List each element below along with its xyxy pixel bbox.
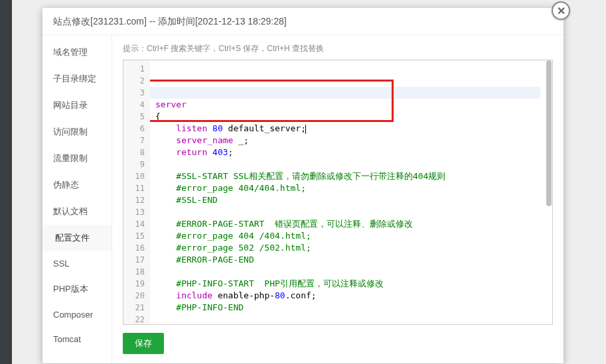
config-editor[interactable]: 12345678910111213141516171819202122 serv…: [123, 60, 553, 325]
modal-sidebar: 域名管理子目录绑定网站目录访问限制流量限制伪静态默认文档配置文件SSLPHP版本…: [42, 35, 112, 363]
code-line[interactable]: [155, 206, 546, 218]
line-number: 18: [123, 266, 145, 278]
scrollbar-thumb[interactable]: [546, 60, 552, 206]
code-area[interactable]: server{ listen 80 default_server; server…: [150, 60, 546, 324]
code-line[interactable]: #SSL-END: [155, 194, 546, 206]
code-line[interactable]: include enable-php-80.conf;: [155, 290, 546, 302]
line-number: 6: [123, 123, 145, 135]
modal-title: 站点修改[231231.com] -- 添加时间[2021-12-13 18:2…: [42, 8, 564, 35]
line-number: 22: [123, 314, 145, 326]
line-number: 3: [123, 87, 145, 99]
active-line-highlight: [150, 87, 540, 99]
line-number: 15: [123, 230, 145, 242]
code-line[interactable]: #PHP-INFO-START PHP引用配置，可以注释或修改: [155, 278, 546, 290]
line-number: 17: [123, 254, 145, 266]
code-line[interactable]: [155, 314, 546, 324]
code-line[interactable]: {: [155, 111, 546, 123]
sidebar-item[interactable]: 伪静态: [42, 172, 112, 198]
code-line[interactable]: return 403;: [155, 147, 546, 158]
line-number: 1: [123, 63, 145, 75]
line-number: 14: [123, 218, 145, 230]
sidebar-item[interactable]: Tomcat: [42, 327, 112, 351]
code-line[interactable]: listen 80 default_server;: [155, 123, 546, 135]
save-button[interactable]: 保存: [123, 333, 164, 354]
code-line[interactable]: [155, 266, 546, 278]
line-number: 2: [123, 75, 145, 87]
code-line[interactable]: #ERROR-PAGE-START 错误页配置，可以注释、删除或修改: [155, 218, 546, 230]
code-line[interactable]: #ERROR-PAGE-END: [155, 254, 546, 266]
line-number: 19: [123, 278, 145, 290]
text-cursor: [305, 125, 306, 134]
code-line[interactable]: #PHP-INFO-END: [155, 302, 546, 314]
modal-overlay: ✕ 站点修改[231231.com] -- 添加时间[2021-12-13 18…: [0, 0, 606, 364]
line-number: 5: [123, 111, 145, 123]
code-line[interactable]: #error_page 404/404.html;: [155, 182, 546, 194]
line-number: 20: [123, 290, 145, 302]
sidebar-item[interactable]: 访问限制: [42, 119, 112, 145]
sidebar-item[interactable]: 域名管理: [42, 39, 112, 66]
line-number: 21: [123, 302, 145, 314]
line-number: 8: [123, 147, 145, 158]
editor-scrollbar[interactable]: [546, 60, 552, 324]
line-number: 9: [123, 158, 145, 170]
sidebar-item[interactable]: 配置文件: [42, 225, 112, 251]
line-gutter: 12345678910111213141516171819202122: [123, 60, 150, 324]
line-number: 10: [123, 170, 145, 182]
code-line[interactable]: server: [155, 99, 546, 111]
close-icon[interactable]: ✕: [552, 1, 570, 20]
code-line[interactable]: #error_page 502 /502.html;: [155, 242, 546, 254]
sidebar-item[interactable]: Composer: [42, 302, 112, 327]
code-line[interactable]: server_name _;: [155, 135, 546, 147]
sidebar-item[interactable]: 默认文档: [42, 198, 112, 225]
line-number: 4: [123, 99, 145, 111]
sidebar-item[interactable]: 流量限制: [42, 145, 112, 172]
line-number: 13: [123, 206, 145, 218]
code-line[interactable]: [155, 158, 546, 170]
modal-content: 提示：Ctrl+F 搜索关键字，Ctrl+S 保存，Ctrl+H 查找替换 12…: [112, 35, 564, 363]
editor-hint: 提示：Ctrl+F 搜索关键字，Ctrl+S 保存，Ctrl+H 查找替换: [123, 43, 553, 54]
line-number: 16: [123, 242, 145, 254]
sidebar-item[interactable]: SSL: [42, 251, 112, 276]
line-number: 7: [123, 135, 145, 147]
code-line[interactable]: #error_page 404 /404.html;: [155, 230, 546, 242]
code-line[interactable]: #SSL-START SSL相关配置，请勿删除或修改下一行带注释的404规则: [155, 170, 546, 182]
line-number: 11: [123, 182, 145, 194]
sidebar-item[interactable]: PHP版本: [42, 276, 112, 302]
site-edit-modal: ✕ 站点修改[231231.com] -- 添加时间[2021-12-13 18…: [42, 8, 564, 363]
line-number: 12: [123, 194, 145, 206]
sidebar-item[interactable]: 子目录绑定: [42, 66, 112, 92]
sidebar-item[interactable]: 网站目录: [42, 92, 112, 119]
